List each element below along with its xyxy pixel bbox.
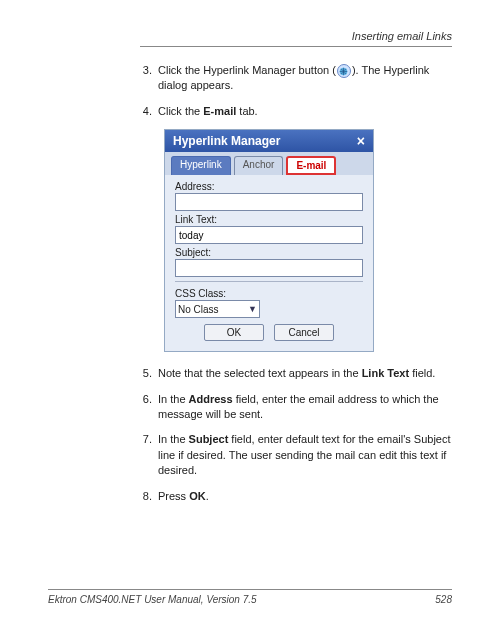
cssclass-value: No Class: [178, 304, 219, 315]
hyperlink-manager-icon: [337, 64, 351, 78]
instruction-list: 3. Click the Hyperlink Manager button ( …: [140, 63, 452, 119]
dialog-divider: [175, 281, 363, 282]
step-text: In the Address field, enter the email ad…: [158, 392, 452, 423]
footer-rule: [48, 589, 452, 590]
step-number: 4.: [140, 104, 158, 119]
step-number: 6.: [140, 392, 158, 423]
dialog-titlebar: Hyperlink Manager ×: [165, 130, 373, 152]
cssclass-select[interactable]: No Class ▼: [175, 300, 260, 318]
step-text: Note that the selected text appears in t…: [158, 366, 452, 381]
address-label: Address:: [175, 181, 363, 192]
step-text: Click the Hyperlink Manager button ( ). …: [158, 63, 452, 94]
text-bold: OK: [189, 490, 206, 502]
step-text: Click the E-mail tab.: [158, 104, 452, 119]
dialog-body: Address: Link Text: Subject: CSS Class: …: [165, 175, 373, 351]
tab-anchor[interactable]: Anchor: [234, 156, 284, 175]
step-5: 5. Note that the selected text appears i…: [140, 366, 452, 381]
step-number: 5.: [140, 366, 158, 381]
cssclass-label: CSS Class:: [175, 288, 363, 299]
tab-hyperlink[interactable]: Hyperlink: [171, 156, 231, 175]
text-suffix: tab.: [236, 105, 257, 117]
tab-email[interactable]: E-mail: [286, 156, 336, 175]
step-number: 7.: [140, 432, 158, 478]
instruction-list-continued: 5. Note that the selected text appears i…: [140, 366, 452, 504]
cancel-button[interactable]: Cancel: [274, 324, 334, 341]
linktext-field[interactable]: [175, 226, 363, 244]
header-rule: [140, 46, 452, 47]
step-number: 8.: [140, 489, 158, 504]
subject-field[interactable]: [175, 259, 363, 277]
text-suffix: .: [206, 490, 209, 502]
chevron-down-icon: ▼: [248, 304, 257, 314]
step-4: 4. Click the E-mail tab.: [140, 104, 452, 119]
step-7: 7. In the Subject field, enter default t…: [140, 432, 452, 478]
step-6: 6. In the Address field, enter the email…: [140, 392, 452, 423]
text-bold: Link Text: [362, 367, 409, 379]
text-prefix: Click the: [158, 105, 203, 117]
step-number: 3.: [140, 63, 158, 94]
text-prefix: In the: [158, 393, 189, 405]
dialog-title: Hyperlink Manager: [173, 134, 280, 148]
footer-page-number: 528: [435, 594, 452, 605]
dialog-tabs: Hyperlink Anchor E-mail: [165, 152, 373, 175]
step-text: In the Subject field, enter default text…: [158, 432, 452, 478]
text-prefix: Note that the selected text appears in t…: [158, 367, 362, 379]
step-3: 3. Click the Hyperlink Manager button ( …: [140, 63, 452, 94]
section-header: Inserting email Links: [140, 30, 452, 42]
text-suffix: field.: [409, 367, 435, 379]
text-bold: Subject: [189, 433, 229, 445]
footer-manual-title: Ektron CMS400.NET User Manual, Version 7…: [48, 594, 257, 605]
linktext-label: Link Text:: [175, 214, 363, 225]
dialog-button-row: OK Cancel: [175, 324, 363, 343]
hyperlink-manager-dialog: Hyperlink Manager × Hyperlink Anchor E-m…: [164, 129, 374, 352]
text-bold: E-mail: [203, 105, 236, 117]
address-field[interactable]: [175, 193, 363, 211]
text-prefix: In the: [158, 433, 189, 445]
page-footer: Ektron CMS400.NET User Manual, Version 7…: [48, 589, 452, 605]
ok-button[interactable]: OK: [204, 324, 264, 341]
close-icon[interactable]: ×: [357, 134, 365, 148]
text-prefix: Click the Hyperlink Manager button (: [158, 64, 336, 76]
step-text: Press OK.: [158, 489, 452, 504]
step-8: 8. Press OK.: [140, 489, 452, 504]
text-bold: Address: [189, 393, 233, 405]
text-prefix: Press: [158, 490, 189, 502]
subject-label: Subject:: [175, 247, 363, 258]
